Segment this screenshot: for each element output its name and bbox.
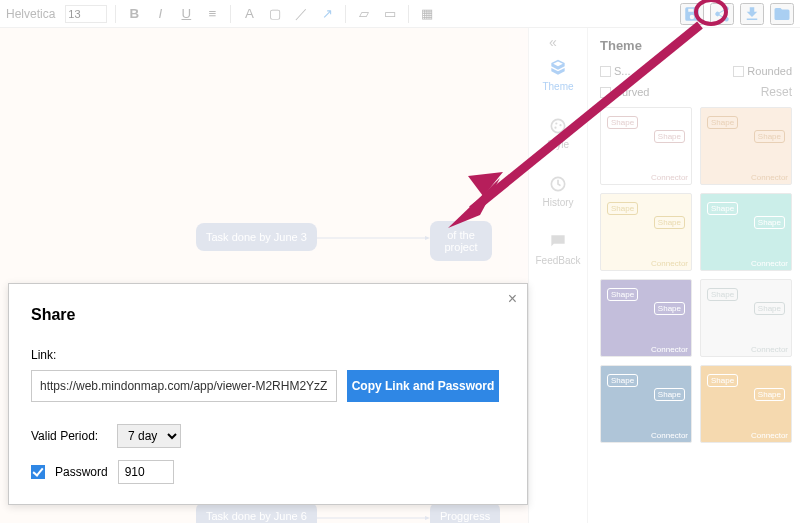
theme-tile[interactable]: Shape Shape Connector bbox=[700, 365, 792, 443]
shadow-checkbox[interactable]: S... bbox=[600, 65, 631, 77]
theme-tile[interactable]: Shape Shape Connector bbox=[600, 107, 692, 185]
theme-panel: Theme S... Rounded Curved Reset Shape Sh… bbox=[587, 28, 800, 523]
node-task2[interactable]: Task done by June 6 bbox=[196, 502, 317, 523]
rail-theme[interactable]: Theme bbox=[542, 58, 573, 92]
theme-tile[interactable]: Shape Shape Connector bbox=[700, 193, 792, 271]
rail-history[interactable]: History bbox=[542, 174, 573, 208]
font-family-label: Helvetica bbox=[6, 7, 55, 21]
right-rail: « Theme Style History FeedBack bbox=[528, 28, 587, 523]
svg-point-5 bbox=[555, 122, 557, 124]
rail-style-label: Style bbox=[547, 139, 569, 150]
close-icon[interactable]: × bbox=[508, 290, 517, 308]
rounded-checkbox[interactable]: Rounded bbox=[733, 65, 792, 77]
valid-period-label: Valid Period: bbox=[31, 429, 107, 443]
bold-icon[interactable]: B bbox=[124, 4, 144, 24]
top-toolbar: Helvetica B I U ≡ A ▢ ／ ↗ ▱ ▭ ▦ bbox=[0, 0, 800, 28]
export-icon[interactable] bbox=[740, 3, 764, 25]
svg-marker-3 bbox=[425, 516, 430, 520]
share-link-input[interactable] bbox=[31, 370, 337, 402]
theme-grid: Shape Shape Connector Shape Shape Connec… bbox=[600, 107, 792, 443]
theme-tile[interactable]: Shape Shape Connector bbox=[600, 193, 692, 271]
rail-feedback[interactable]: FeedBack bbox=[535, 232, 580, 266]
italic-icon[interactable]: I bbox=[150, 4, 170, 24]
underline-icon[interactable]: U bbox=[176, 4, 196, 24]
save-icon[interactable] bbox=[680, 3, 704, 25]
valid-period-select[interactable]: 7 day bbox=[117, 424, 181, 448]
password-checkbox[interactable] bbox=[31, 465, 45, 479]
copy-link-button[interactable]: Copy Link and Password bbox=[347, 370, 499, 402]
theme-panel-title: Theme bbox=[600, 38, 792, 53]
share-modal: × Share Link: Copy Link and Password Val… bbox=[8, 283, 528, 505]
line-color-icon[interactable]: ／ bbox=[291, 4, 311, 24]
svg-point-6 bbox=[559, 124, 561, 126]
password-label: Password bbox=[55, 465, 108, 479]
folder-icon[interactable] bbox=[770, 3, 794, 25]
shape-icon[interactable]: ▱ bbox=[354, 4, 374, 24]
rail-feedback-label: FeedBack bbox=[535, 255, 580, 266]
connector-icon[interactable]: ↗ bbox=[317, 4, 337, 24]
svg-marker-1 bbox=[425, 236, 430, 240]
share-icon[interactable] bbox=[710, 3, 734, 25]
node-task1[interactable]: Task done by June 3 bbox=[196, 223, 317, 251]
svg-point-4 bbox=[551, 119, 564, 132]
theme-tile[interactable]: Shape Shape Connector bbox=[600, 279, 692, 357]
theme-tile[interactable]: Shape Shape Connector bbox=[600, 365, 692, 443]
collapse-icon[interactable]: « bbox=[549, 34, 554, 50]
node-progress[interactable]: Proggress bbox=[430, 502, 500, 523]
link-label: Link: bbox=[31, 348, 505, 362]
align-icon[interactable]: ≡ bbox=[202, 4, 222, 24]
curved-checkbox[interactable]: Curved bbox=[600, 86, 649, 98]
shape2-icon[interactable]: ▭ bbox=[380, 4, 400, 24]
share-title: Share bbox=[31, 306, 505, 324]
text-color-icon[interactable]: A bbox=[239, 4, 259, 24]
rail-history-label: History bbox=[542, 197, 573, 208]
svg-point-7 bbox=[554, 127, 556, 129]
grid-icon[interactable]: ▦ bbox=[417, 4, 437, 24]
theme-tile[interactable]: Shape Shape Connector bbox=[700, 107, 792, 185]
reset-link[interactable]: Reset bbox=[761, 85, 792, 99]
rail-theme-label: Theme bbox=[542, 81, 573, 92]
rail-style[interactable]: Style bbox=[547, 116, 569, 150]
theme-tile[interactable]: Shape Shape Connector bbox=[700, 279, 792, 357]
password-input[interactable] bbox=[118, 460, 174, 484]
node-project[interactable]: of the project bbox=[430, 221, 492, 261]
fill-color-icon[interactable]: ▢ bbox=[265, 4, 285, 24]
font-size-input[interactable] bbox=[65, 5, 107, 23]
